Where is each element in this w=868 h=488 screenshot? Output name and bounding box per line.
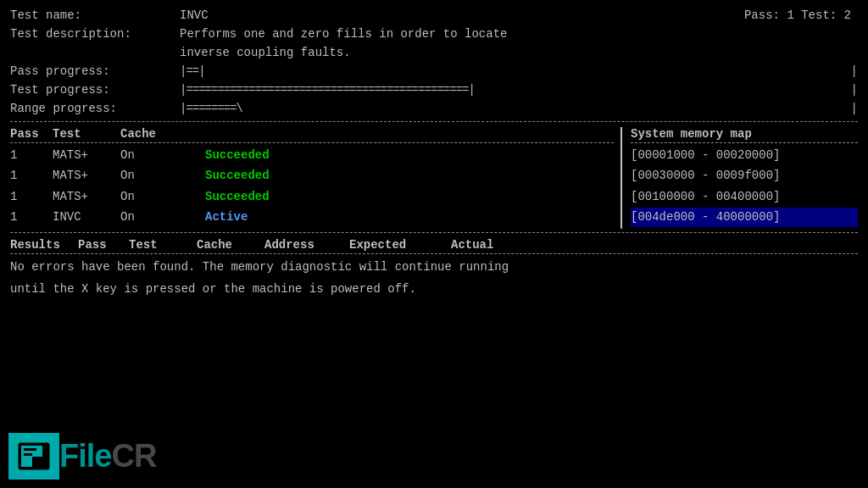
pass-progress-label: Pass progress: [10, 63, 180, 80]
row4-pass: 1 [10, 208, 53, 226]
results-message-line2: until the X key is pressed or the machin… [10, 280, 858, 298]
row2-status: Succeeded [205, 166, 375, 185]
test-progress-line: Test progress: |========================… [10, 81, 858, 99]
results-section: Results Pass Test Cache Address Expected… [10, 238, 858, 299]
results-col-results: Results [10, 238, 78, 252]
row1-status: Succeeded [205, 146, 375, 164]
range-progress-label: Range progress: [10, 100, 180, 118]
pass-test-indicator: Pass: 1 Test: 2 [744, 7, 851, 25]
test-desc-line1: Test description: Performs one and zero … [10, 25, 858, 43]
memory-row-2: [00030000 - 0009f000] [631, 166, 858, 185]
header-section: Test name: INVC Pass: 1 Test: 2 Test des… [10, 7, 858, 118]
results-header-separator [10, 253, 858, 254]
watermark-icon [8, 433, 59, 480]
table-header-separator [10, 142, 614, 143]
row4-cache: On [120, 208, 205, 226]
test-desc-spacer [10, 44, 180, 62]
pass-progress-bar: |==| [180, 63, 205, 80]
col-header-pass: Pass [10, 127, 53, 141]
results-message-line1: No errors have been found. The memory di… [10, 258, 858, 276]
col-header-status [205, 127, 375, 141]
row1-pass: 1 [10, 146, 53, 164]
results-col-pass: Pass [78, 238, 129, 252]
range-progress-right-border: | [851, 100, 858, 118]
screen: Test name: INVC Pass: 1 Test: 2 Test des… [0, 0, 868, 488]
row1-test: MATS+ [53, 146, 120, 164]
row2-pass: 1 [10, 166, 53, 185]
main-area: Pass Test Cache 1 MATS+ On Succeeded 1 M… [10, 127, 858, 229]
test-desc-value1: Performs one and zero fills in order to … [180, 25, 507, 43]
watermark-cr: CR [111, 438, 156, 474]
row2-test: MATS+ [53, 166, 120, 185]
right-panel: System memory map [00001000 - 00020000] … [620, 127, 858, 229]
test-name-label: Test name: [10, 7, 180, 25]
row4-status: Active [205, 208, 375, 226]
test-name-line: Test name: INVC Pass: 1 Test: 2 [10, 7, 858, 25]
svg-rect-1 [24, 448, 36, 451]
memory-row-3: [00100000 - 00400000] [631, 187, 858, 206]
test-desc-line2: inverse coupling faults. [10, 44, 858, 62]
col-header-cache: Cache [120, 127, 205, 141]
watermark: FileCR [8, 433, 156, 480]
row2-cache: On [120, 166, 205, 185]
memory-row-1: [00001000 - 00020000] [631, 146, 858, 164]
test-progress-bar: |=======================================… [180, 81, 475, 99]
results-col-cache: Cache [197, 238, 264, 252]
header-separator [10, 121, 858, 122]
range-progress-line: Range progress: |========\ | [10, 100, 858, 118]
test-progress-right-border: | [851, 81, 858, 99]
results-col-actual: Actual [451, 238, 536, 252]
results-col-expected: Expected [349, 238, 451, 252]
pass-progress-line: Pass progress: |==| | [10, 63, 858, 80]
table-row: 1 MATS+ On Succeeded [10, 187, 614, 206]
test-name-value: INVC [180, 7, 209, 25]
col-header-test: Test [53, 127, 120, 141]
row1-cache: On [120, 146, 205, 164]
table-row: 1 INVC On Active [10, 208, 614, 226]
watermark-file: File [59, 438, 111, 474]
range-progress-bar: |========\ [180, 100, 242, 118]
row3-cache: On [120, 187, 205, 206]
results-separator-top [10, 232, 858, 233]
results-header: Results Pass Test Cache Address Expected… [10, 238, 858, 252]
watermark-text: FileCR [59, 438, 156, 474]
filecr-logo-svg [17, 441, 51, 471]
row3-status: Succeeded [205, 187, 375, 206]
left-panel: Pass Test Cache 1 MATS+ On Succeeded 1 M… [10, 127, 620, 229]
test-desc-value2: inverse coupling faults. [180, 44, 351, 62]
row3-test: MATS+ [53, 187, 120, 206]
table-row: 1 MATS+ On Succeeded [10, 146, 614, 164]
table-row: 1 MATS+ On Succeeded [10, 166, 614, 185]
memory-map-title: System memory map [631, 127, 858, 141]
pass-progress-right-border: | [851, 63, 858, 80]
test-desc-label: Test description: [10, 25, 180, 43]
results-col-address: Address [264, 238, 349, 252]
row3-pass: 1 [10, 187, 53, 206]
row4-test: INVC [53, 208, 120, 226]
test-progress-label: Test progress: [10, 81, 180, 99]
memory-row-4-active: [004de000 - 40000000] [631, 208, 858, 226]
memory-header-separator [631, 142, 858, 143]
table-header: Pass Test Cache [10, 127, 614, 141]
results-col-test: Test [129, 238, 197, 252]
svg-rect-2 [24, 453, 32, 456]
